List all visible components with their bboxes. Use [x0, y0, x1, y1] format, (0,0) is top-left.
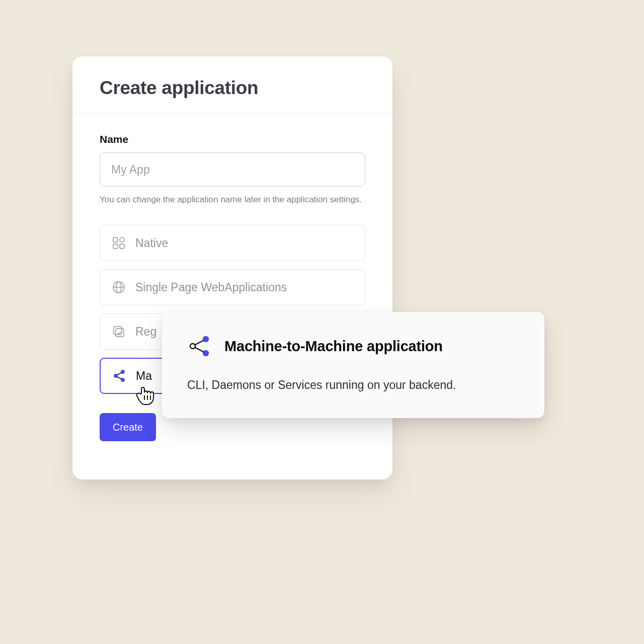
share-icon — [187, 334, 211, 358]
svg-point-10 — [114, 374, 117, 377]
tooltip-head: Machine-to-Machine application — [187, 334, 519, 358]
option-spa[interactable]: Single Page WebApplications — [100, 269, 365, 305]
svg-rect-2 — [120, 244, 124, 249]
svg-point-16 — [203, 351, 208, 356]
option-label: Reg — [135, 325, 156, 339]
card-header: Create application — [72, 56, 392, 114]
svg-rect-1 — [113, 244, 118, 249]
svg-rect-7 — [114, 327, 122, 335]
svg-line-12 — [117, 373, 122, 375]
svg-point-9 — [121, 370, 124, 373]
share-icon — [112, 368, 127, 383]
svg-rect-8 — [116, 329, 124, 337]
create-button[interactable]: Create — [100, 413, 156, 441]
globe-icon — [111, 280, 126, 295]
svg-point-14 — [203, 337, 208, 342]
name-helper: You can change the application name late… — [100, 195, 365, 205]
option-label: Single Page WebApplications — [135, 281, 287, 294]
svg-rect-0 — [113, 237, 118, 242]
option-label: Ma — [136, 369, 152, 383]
option-native[interactable]: Native — [100, 225, 365, 261]
svg-point-3 — [120, 237, 124, 242]
tooltip-title: Machine-to-Machine application — [224, 338, 443, 355]
name-input[interactable] — [100, 152, 365, 187]
stack-icon — [111, 324, 126, 339]
name-label: Name — [100, 133, 365, 145]
svg-line-13 — [117, 377, 122, 379]
m2m-tooltip: Machine-to-Machine application CLI, Daem… — [162, 312, 544, 418]
option-label: Native — [135, 236, 168, 250]
svg-point-11 — [121, 378, 124, 381]
svg-line-17 — [195, 341, 204, 345]
svg-point-15 — [190, 344, 195, 349]
page-title: Create application — [100, 77, 365, 99]
tooltip-desc: CLI, Daemons or Services running on your… — [187, 378, 519, 392]
apps-icon — [111, 235, 126, 251]
svg-line-18 — [195, 348, 204, 352]
